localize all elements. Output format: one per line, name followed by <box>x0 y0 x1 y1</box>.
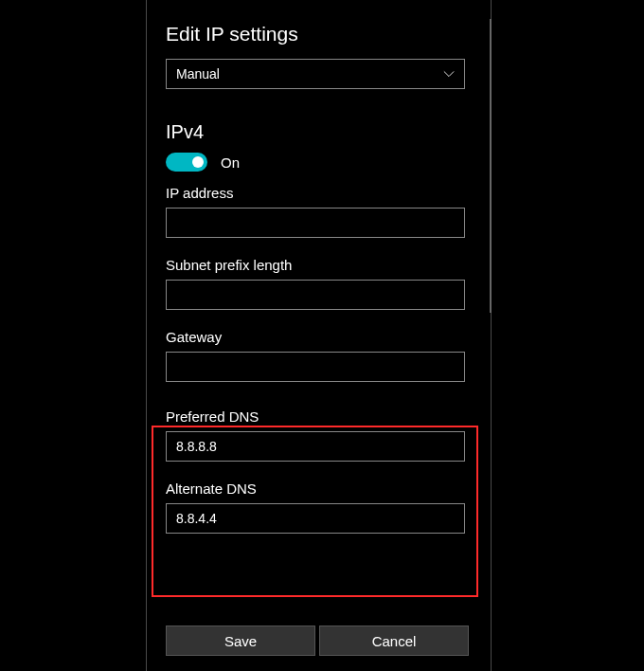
alternate-dns-input[interactable] <box>166 503 465 534</box>
content-area: Edit IP settings Manual IPv4 On IP addre… <box>147 0 491 534</box>
subnet-prefix-input[interactable] <box>166 280 465 310</box>
ip-address-field: IP address <box>166 185 472 238</box>
page-title: Edit IP settings <box>166 23 472 45</box>
save-button[interactable]: Save <box>166 626 315 656</box>
alternate-dns-label: Alternate DNS <box>166 481 472 497</box>
gateway-input[interactable] <box>166 352 465 382</box>
dns-section: Preferred DNS Alternate DNS <box>166 401 472 534</box>
gateway-field: Gateway <box>166 329 472 382</box>
ip-mode-dropdown[interactable]: Manual <box>166 59 465 89</box>
ipv4-toggle-row: On <box>166 153 472 172</box>
toggle-knob <box>192 156 204 168</box>
chevron-down-icon <box>443 68 455 80</box>
gateway-label: Gateway <box>166 329 472 345</box>
settings-panel: Edit IP settings Manual IPv4 On IP addre… <box>146 0 492 671</box>
ip-address-label: IP address <box>166 185 472 201</box>
preferred-dns-input[interactable] <box>166 431 465 462</box>
button-row: Save Cancel <box>166 626 469 656</box>
ipv4-toggle[interactable] <box>166 153 207 172</box>
ip-address-input[interactable] <box>166 208 465 238</box>
subnet-prefix-label: Subnet prefix length <box>166 257 472 273</box>
ipv4-toggle-label: On <box>221 154 240 171</box>
cancel-button[interactable]: Cancel <box>319 626 469 656</box>
alternate-dns-field: Alternate DNS <box>166 481 472 534</box>
preferred-dns-label: Preferred DNS <box>166 408 472 425</box>
ipv4-header: IPv4 <box>166 121 472 143</box>
scrollbar[interactable] <box>490 19 492 313</box>
preferred-dns-field: Preferred DNS <box>166 408 472 462</box>
subnet-prefix-field: Subnet prefix length <box>166 257 472 310</box>
dropdown-selected-value: Manual <box>176 66 220 82</box>
